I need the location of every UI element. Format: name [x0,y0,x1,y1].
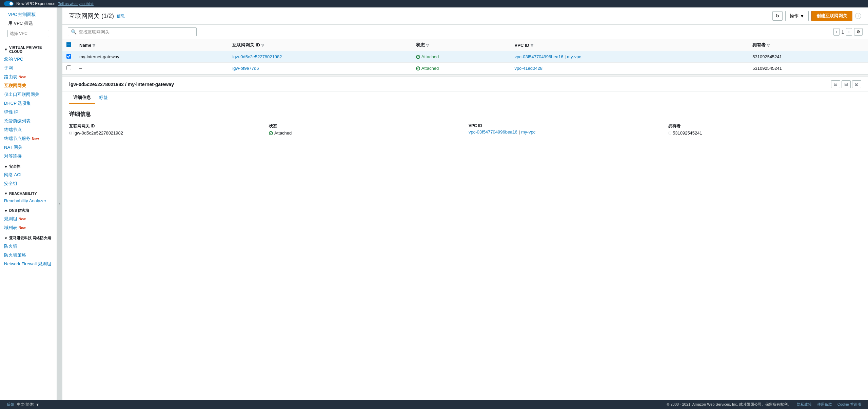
row-gateway-id[interactable]: igw-0d5c2e52278021982 [232,54,282,59]
detail-section-title: 详细信息 [69,111,861,118]
row-name: – [75,63,228,74]
feedback-link[interactable]: 反馈 [7,402,14,407]
status-label: 状态 [269,123,462,129]
sidebar-item-prefix-list[interactable]: 托管前缀列表 [0,117,57,125]
dns-firewall-header: ▼DNS 防火墙 [0,205,57,214]
reachability-header: ▼REACHABILITY [0,188,57,197]
security-header: ▼安全性 [0,161,57,170]
row-owner: 531092545241 [748,63,868,74]
privacy-link[interactable]: 隐私政策 [797,402,812,407]
col-owner: 拥有者 [752,42,766,47]
vpc-id-link[interactable]: vpc-03f547704996bea16 [469,129,517,135]
detail-breadcrumb: igw-0d5c2e52278021982 / my-internet-gate… [69,82,174,87]
copy-owner-icon[interactable]: ⊡ [668,131,671,135]
row-checkbox[interactable] [66,65,71,70]
actions-button[interactable]: 操作 ▼ [785,11,809,21]
col-gateway-id: 互联网网关 ID [232,42,260,47]
tell-us-link[interactable]: Tell us what you think [58,2,94,6]
row-vpc-id-link[interactable]: vpc-41ed0428 [515,66,542,71]
table-row[interactable]: –igw-bf9e77d6Attachedvpc-41ed04285310925… [62,63,868,74]
row-checkbox[interactable] [66,54,71,59]
virtual-private-cloud-header: ▼VIRTUAL PRIVATE CLOUD [0,42,57,55]
search-icon: 🔍 [71,29,77,35]
sidebar-item-peering[interactable]: 对等连接 [0,152,57,161]
sidebar-item-firewall[interactable]: 防火墙 [0,242,57,251]
select-all-checkbox[interactable] [66,42,71,47]
row-vpc-id-link[interactable]: vpc-03f547704996bea16 [515,54,564,59]
sidebar-item-subnets[interactable]: 子网 [0,64,57,73]
table-row[interactable]: my-internet-gatewayigw-0d5c2e52278021982… [62,51,868,63]
table-settings-button[interactable]: ⚙ [854,28,863,36]
row-name: my-internet-gateway [75,51,228,63]
next-page-button[interactable]: › [846,28,852,36]
sidebar-item-nat-gateway[interactable]: NAT 网关 [0,143,57,152]
row-status: Attached [412,63,511,74]
col-status: 状态 [416,42,425,47]
status-icon [269,131,273,135]
sidebar-item-your-vpc[interactable]: 您的 VPC [0,55,57,64]
page-info-link[interactable]: 信息 [117,13,125,19]
vpc-dashboard-link[interactable]: VPC 控制面板 [4,10,53,19]
row-vpc-name-link[interactable]: my-vpc [567,54,581,59]
row-gateway-id[interactable]: igw-bf9e77d6 [232,66,259,71]
language-selector[interactable]: 中文(简体) ▼ [17,402,39,407]
row-vpc-id[interactable]: vpc-41ed0428 [511,63,749,74]
row-vpc-id[interactable]: vpc-03f547704996bea16 | my-vpc [511,51,749,63]
vpc-name-link[interactable]: my-vpc [521,129,535,135]
sidebar-item-network-acl[interactable]: 网络 ACL [0,170,57,179]
row-status: Attached [412,51,511,63]
sidebar-item-internet-gateway[interactable]: 互联网网关 [0,81,57,90]
prev-page-button[interactable]: ‹ [833,28,840,36]
actions-dropdown-icon: ▼ [800,14,804,19]
sidebar-collapse-button[interactable]: ‹ [57,7,62,400]
create-button[interactable]: 创建互联网网关 [811,11,852,21]
cookies-link[interactable]: Cookie 首选项 [837,402,861,407]
sidebar-item-endpoint-services[interactable]: 终端节点服务New [0,134,57,143]
copyright-text: © 2008 - 2021, Amazon Web Services, Inc.… [667,402,791,407]
search-input[interactable] [79,29,194,35]
row-owner: 531092545241 [748,51,868,63]
tab-tags[interactable]: 标签 [95,92,112,104]
vpc-select-input[interactable] [7,30,49,37]
tab-details[interactable]: 详细信息 [69,92,95,104]
info-icon[interactable]: i [855,13,861,19]
toggle-switch[interactable] [4,1,14,6]
igw-id-label: 互联网网关 ID [69,123,262,129]
network-firewall-header: ▼亚马逊云科技 网络防火墙 [0,232,57,242]
owner-value: 531092545241 [673,130,702,136]
status-value: Attached [274,130,292,136]
vpc-filter-label: 用 VPC 筛选 [4,19,53,28]
sidebar-item-security-group[interactable]: 安全组 [0,179,57,188]
igw-id-value: igw-0d5c2e52278021982 [74,130,123,136]
sidebar-item-firewall-policy[interactable]: 防火墙策略 [0,251,57,260]
detail-view-btn-3[interactable]: ⊠ [852,80,861,88]
new-vpc-label: New VPC Experience [16,1,55,6]
sidebar-item-route-tables[interactable]: 路由表New [0,73,57,81]
sidebar-item-egress-only[interactable]: 仅出口互联网网关 [0,90,57,99]
detail-view-btn-1[interactable]: ⊟ [831,80,840,88]
sidebar-item-reachability-analyzer[interactable]: Reachability Analyzer [0,197,57,205]
col-name: Name [79,43,91,48]
owner-label: 拥有者 [668,123,861,129]
sidebar-item-nfw-rules[interactable]: Network Firewall 规则组 [0,260,57,268]
resize-handle[interactable]: — — [62,74,868,77]
sidebar-item-endpoints[interactable]: 终端节点 [0,125,57,134]
sidebar-item-dhcp[interactable]: DHCP 选项集 [0,99,57,108]
col-vpc-id: VPC ID [515,43,529,48]
vpc-id-label: VPC ID [469,123,662,128]
copy-igw-icon[interactable]: ⊡ [69,131,72,135]
page-number: 1 [842,29,844,35]
sidebar-item-dns-rules[interactable]: 规则组New [0,214,57,223]
terms-link[interactable]: 使用条款 [817,402,832,407]
sidebar-item-elastic-ip[interactable]: 弹性 IP [0,108,57,117]
sidebar-item-dns-domain-list[interactable]: 域列表New [0,223,57,232]
page-title: 互联网网关 (1/2) [69,12,114,20]
refresh-button[interactable]: ↻ [772,11,783,21]
detail-view-btn-2[interactable]: ⊞ [842,80,851,88]
